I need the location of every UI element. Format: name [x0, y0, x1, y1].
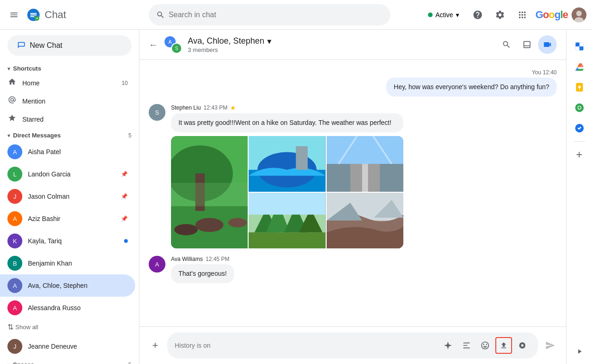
active-status-button[interactable]: Active ▾ [422, 8, 465, 21]
star-icon [7, 114, 17, 124]
upload-button[interactable] [495, 337, 512, 354]
messages-list: You 12:40 Hey, how was everyone's weeken… [139, 60, 566, 326]
svg-point-8 [195, 218, 224, 232]
drive-icon-button[interactable] [570, 58, 589, 76]
sent-label: You [532, 69, 541, 76]
dm-item-landon[interactable]: L Landon Garcia 📌 [0, 163, 135, 185]
sidebar-item-mention[interactable]: Mention [0, 92, 135, 110]
sidebar-item-starred[interactable]: Starred [0, 110, 135, 128]
keep-icon-button[interactable] [570, 78, 589, 97]
image-5[interactable] [327, 193, 403, 248]
dm-section-header[interactable]: ▾ Direct Messages 5 [0, 128, 139, 141]
ava-message-content: Ava Williams 12:45 PM That's gorgeous! [171, 256, 234, 283]
show-all-dm[interactable]: ⇅ Show all [0, 319, 139, 335]
dm-item-alessandra[interactable]: A Alessandra Russo [0, 297, 135, 319]
send-button[interactable] [542, 337, 559, 354]
sent-time: 12:40 [543, 69, 557, 76]
dm-item-aziz[interactable]: A Aziz Bashir 📌 [0, 208, 135, 230]
message-input[interactable] [175, 342, 436, 349]
dm-label-benjamin: Benjamin Khan [28, 260, 128, 267]
svg-rect-11 [171, 183, 248, 206]
starred-label: Starred [22, 116, 128, 123]
dm-item-ava-chloe-stephen[interactable]: A Ava, Chloe, Stephen [0, 274, 135, 297]
dm-item-jeanne[interactable]: J Jeanne Deneuve [0, 335, 135, 358]
dm-label-jason: Jason Colman [28, 193, 115, 200]
stephen-meta: Stephen Liu 12:43 PM ★ [171, 104, 403, 111]
input-actions [440, 337, 531, 354]
tasks-icon-button[interactable] [570, 119, 589, 137]
calendar-icon-button[interactable] [570, 37, 589, 56]
pin-icon-jason: 📌 [121, 193, 128, 200]
avatar-ava: A [149, 256, 165, 273]
shortcuts-section[interactable]: ▾ Shortcuts [0, 61, 139, 74]
dm-title: Direct Messages [13, 132, 128, 139]
topbar-right: Active ▾ Google [422, 6, 586, 24]
expand-button[interactable] [576, 348, 583, 357]
menu-icon[interactable] [6, 6, 22, 23]
svg-rect-15 [296, 146, 308, 170]
format-text-button[interactable] [458, 337, 475, 354]
svg-rect-22 [249, 232, 325, 248]
new-chat-icon [17, 41, 26, 50]
active-label: Active [435, 11, 453, 19]
help-icon[interactable] [468, 6, 487, 24]
dm-label-ava-chloe-stephen: Ava, Chloe, Stephen [28, 282, 128, 289]
meet-icon-button[interactable] [570, 98, 589, 117]
search-input[interactable] [169, 11, 383, 19]
group-avatar: A S [164, 35, 182, 54]
dm-item-kayla[interactable]: K Kayla, Tariq [0, 230, 135, 252]
record-button[interactable] [514, 337, 531, 354]
ava-name: Ava Williams [171, 256, 203, 262]
add-apps-button[interactable]: + [570, 145, 589, 164]
video-call-button[interactable] [538, 35, 557, 54]
avatar-aziz: A [7, 211, 22, 226]
chat-name[interactable]: Ava, Chloe, Stephen ▾ [188, 36, 492, 46]
dm-item-jason[interactable]: J Jason Colman 📌 [0, 185, 135, 208]
mention-icon [7, 96, 17, 106]
svg-rect-20 [327, 136, 403, 164]
spaces-section-header[interactable]: ▾ Spaces 5 [0, 358, 139, 364]
dm-item-benjamin[interactable]: B Benjamin Khan [0, 252, 135, 274]
search-bar[interactable] [149, 4, 390, 26]
message-received-ava: A Ava Williams 12:45 PM That's gorgeous! [149, 256, 234, 283]
image-4[interactable] [249, 193, 325, 248]
back-button[interactable]: ← [149, 39, 158, 50]
chat-header: ← A S Ava, Chloe, Stephen ▾ 3 members [139, 30, 566, 60]
user-avatar[interactable] [572, 7, 586, 22]
unread-dot-kayla [124, 239, 128, 243]
home-label: Home [22, 79, 116, 87]
search-messages-button[interactable] [497, 35, 516, 54]
apps-icon[interactable] [513, 6, 532, 24]
pin-icon-landon: 📌 [121, 171, 128, 177]
gemini-button[interactable] [440, 337, 456, 354]
sidebar: New Chat ▾ Shortcuts Home 10 Mention Sta… [0, 30, 139, 364]
image-grid[interactable] [171, 136, 403, 248]
app-logo [26, 7, 41, 22]
avatar-alessandra: A [7, 300, 22, 315]
stephen-message-content: Stephen Liu 12:43 PM ★ It was pretty goo… [171, 104, 403, 248]
dm-item-aisha[interactable]: A Aisha Patel [0, 141, 135, 163]
input-wrapper [167, 332, 538, 358]
open-in-new-button[interactable] [518, 35, 536, 54]
stephen-bubble: It was pretty good!!!Went on a hike on S… [171, 113, 403, 132]
image-2[interactable] [249, 136, 325, 192]
new-chat-button[interactable]: New Chat [7, 35, 132, 56]
add-attachment-button[interactable]: + [147, 337, 164, 354]
image-3[interactable] [327, 136, 403, 192]
avatar-jason: J [7, 189, 22, 204]
star-indicator: ★ [230, 104, 236, 111]
svg-point-9 [174, 224, 197, 235]
chat-area: ← A S Ava, Chloe, Stephen ▾ 3 members [139, 30, 566, 364]
svg-rect-41 [579, 88, 580, 90]
image-1[interactable] [171, 136, 248, 248]
settings-icon[interactable] [491, 6, 509, 24]
svg-rect-27 [249, 193, 325, 214]
dm-chevron: ▾ [7, 132, 10, 139]
sidebar-item-home[interactable]: Home 10 [0, 74, 135, 92]
dm-label-aisha: Aisha Patel [28, 148, 128, 156]
svg-rect-35 [575, 43, 579, 46]
dm-label-aziz: Aziz Bashir [28, 215, 115, 222]
emoji-button[interactable] [477, 337, 493, 354]
spaces-chevron: ▾ [7, 362, 10, 364]
dm-label-kayla: Kayla, Tariq [28, 237, 118, 245]
